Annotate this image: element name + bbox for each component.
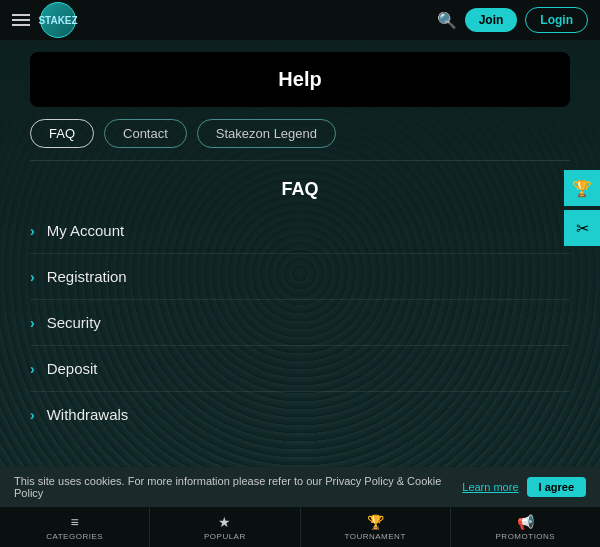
tab-stakezon-legend[interactable]: Stakezon Legend [197,119,336,148]
cookie-learn-more[interactable]: Learn more [462,481,518,493]
popular-icon: ★ [218,514,231,530]
promotions-icon: 📢 [517,514,534,530]
logo[interactable]: STAKEZ [40,2,76,38]
bottom-nav-popular[interactable]: ★ POPULAR [150,507,300,547]
promotions-label: PROMOTIONS [496,532,556,541]
tool-side-button[interactable]: ✂ [564,210,600,246]
search-icon[interactable]: 🔍 [437,11,457,30]
chevron-right-icon: › [30,269,35,285]
nav-left: STAKEZ [12,2,76,38]
main-content: Help FAQ Contact Stakezon Legend FAQ › M… [0,52,600,437]
chevron-right-icon: › [30,315,35,331]
faq-item-deposit[interactable]: › Deposit [30,346,570,392]
cookie-agree-button[interactable]: I agree [527,477,586,497]
logo-circle: STAKEZ [40,2,76,38]
popular-label: POPULAR [204,532,246,541]
cookie-bar: This site uses cookies. For more informa… [0,467,600,507]
hamburger-menu[interactable] [12,14,30,26]
faq-item-label: Security [47,314,101,331]
chevron-right-icon: › [30,407,35,423]
page-title: Help [46,68,554,91]
faq-item-registration[interactable]: › Registration [30,254,570,300]
tournament-icon: 🏆 [367,514,384,530]
faq-section-title: FAQ [0,169,600,208]
chevron-right-icon: › [30,361,35,377]
faq-item-label: Registration [47,268,127,285]
nav-right: 🔍 Join Login [437,7,588,33]
help-header: Help [30,52,570,107]
tournament-label: TOURNAMENT [344,532,405,541]
bottom-navigation: ≡ CATEGORIES ★ POPULAR 🏆 TOURNAMENT 📢 PR… [0,507,600,547]
categories-icon: ≡ [71,514,79,530]
faq-item-my-account[interactable]: › My Account [30,208,570,254]
chevron-right-icon: › [30,223,35,239]
bottom-nav-promotions[interactable]: 📢 PROMOTIONS [451,507,600,547]
categories-label: CATEGORIES [46,532,103,541]
top-navigation: STAKEZ 🔍 Join Login [0,0,600,40]
faq-item-label: Deposit [47,360,98,377]
tab-contact[interactable]: Contact [104,119,187,148]
faq-item-label: My Account [47,222,125,239]
trophy-side-button[interactable]: 🏆 [564,170,600,206]
logo-text: STAKEZ [38,15,77,26]
login-button[interactable]: Login [525,7,588,33]
faq-item-label: Withdrawals [47,406,129,423]
bottom-nav-categories[interactable]: ≡ CATEGORIES [0,507,150,547]
bottom-nav-tournament[interactable]: 🏆 TOURNAMENT [301,507,451,547]
tab-buttons: FAQ Contact Stakezon Legend [0,119,600,160]
cookie-text: This site uses cookies. For more informa… [14,475,454,499]
join-button[interactable]: Join [465,8,518,32]
tab-faq[interactable]: FAQ [30,119,94,148]
side-buttons: 🏆 ✂ [564,170,600,246]
faq-item-withdrawals[interactable]: › Withdrawals [30,392,570,437]
faq-item-security[interactable]: › Security [30,300,570,346]
faq-list: › My Account › Registration › Security ›… [0,208,600,437]
divider [30,160,570,161]
